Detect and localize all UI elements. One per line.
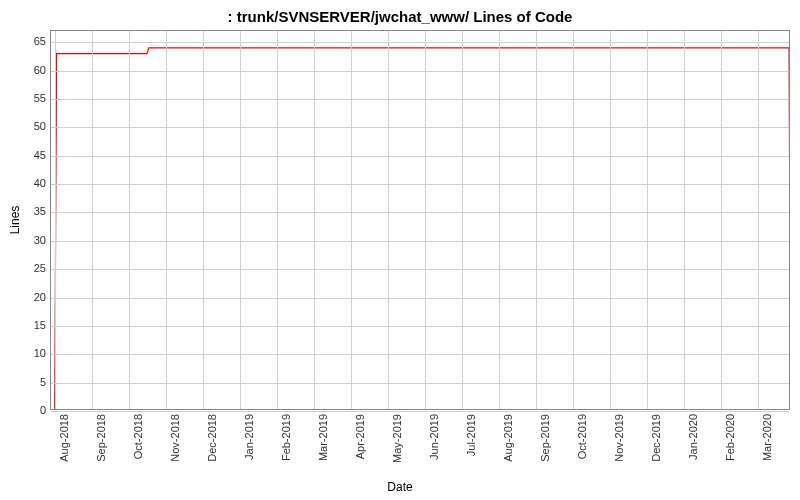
- x-tick-label: Aug-2018: [58, 414, 70, 462]
- x-tick-label: Dec-2018: [206, 414, 218, 462]
- grid-line-vertical: [536, 31, 537, 409]
- grid-line-horizontal: [51, 354, 789, 355]
- y-tick-label: 30: [6, 234, 46, 246]
- y-tick-label: 65: [6, 35, 46, 47]
- y-tick-label: 35: [6, 205, 46, 217]
- x-tick-label: Mar-2019: [317, 414, 329, 461]
- grid-line-vertical: [166, 31, 167, 409]
- grid-line-vertical: [240, 31, 241, 409]
- y-tick-label: 50: [6, 120, 46, 132]
- plot-area: [50, 30, 790, 410]
- grid-line-horizontal: [51, 269, 789, 270]
- y-tick-label: 60: [6, 64, 46, 76]
- grid-line-vertical: [610, 31, 611, 409]
- x-tick-label: Feb-2019: [280, 414, 292, 461]
- grid-line-horizontal: [51, 298, 789, 299]
- x-axis-label: Date: [0, 480, 800, 494]
- y-tick-label: 10: [6, 347, 46, 359]
- x-tick-label: Jan-2020: [687, 414, 699, 460]
- grid-line-vertical: [129, 31, 130, 409]
- grid-line-horizontal: [51, 411, 789, 412]
- x-tick-label: Apr-2019: [354, 414, 366, 459]
- x-tick-label: Dec-2019: [650, 414, 662, 462]
- y-tick-label: 25: [6, 262, 46, 274]
- grid-line-vertical: [314, 31, 315, 409]
- x-tick-label: Mar-2020: [761, 414, 773, 461]
- grid-line-horizontal: [51, 127, 789, 128]
- x-tick-label: Jul-2019: [465, 414, 477, 456]
- x-tick-label: Oct-2018: [132, 414, 144, 459]
- grid-line-vertical: [462, 31, 463, 409]
- x-tick-label: Nov-2018: [169, 414, 181, 462]
- grid-line-horizontal: [51, 184, 789, 185]
- x-tick-label: Nov-2019: [613, 414, 625, 462]
- grid-line-vertical: [351, 31, 352, 409]
- x-tick-label: Feb-2020: [724, 414, 736, 461]
- grid-line-horizontal: [51, 241, 789, 242]
- grid-line-vertical: [758, 31, 759, 409]
- y-tick-label: 20: [6, 291, 46, 303]
- grid-line-horizontal: [51, 383, 789, 384]
- grid-line-vertical: [92, 31, 93, 409]
- grid-line-vertical: [573, 31, 574, 409]
- chart-title: : trunk/SVNSERVER/jwchat_www/ Lines of C…: [0, 8, 800, 25]
- grid-line-vertical: [684, 31, 685, 409]
- grid-line-horizontal: [51, 42, 789, 43]
- grid-line-vertical: [647, 31, 648, 409]
- y-tick-label: 0: [6, 404, 46, 416]
- chart-container: : trunk/SVNSERVER/jwchat_www/ Lines of C…: [0, 0, 800, 500]
- grid-line-horizontal: [51, 326, 789, 327]
- x-tick-label: Sep-2019: [539, 414, 551, 462]
- y-tick-label: 55: [6, 92, 46, 104]
- grid-line-vertical: [388, 31, 389, 409]
- y-tick-label: 5: [6, 376, 46, 388]
- x-tick-label: Oct-2019: [576, 414, 588, 459]
- x-tick-label: Jan-2019: [243, 414, 255, 460]
- grid-line-vertical: [277, 31, 278, 409]
- data-series-line: [51, 31, 789, 409]
- grid-line-vertical: [203, 31, 204, 409]
- x-tick-label: Sep-2018: [95, 414, 107, 462]
- x-tick-label: Aug-2019: [502, 414, 514, 462]
- x-tick-label: May-2019: [391, 414, 403, 463]
- grid-line-horizontal: [51, 71, 789, 72]
- x-tick-label: Jun-2019: [428, 414, 440, 460]
- grid-line-vertical: [499, 31, 500, 409]
- grid-line-horizontal: [51, 156, 789, 157]
- grid-line-horizontal: [51, 212, 789, 213]
- grid-line-vertical: [721, 31, 722, 409]
- y-tick-label: 15: [6, 319, 46, 331]
- y-tick-label: 40: [6, 177, 46, 189]
- grid-line-vertical: [425, 31, 426, 409]
- grid-line-vertical: [55, 31, 56, 409]
- grid-line-horizontal: [51, 99, 789, 100]
- y-tick-label: 45: [6, 149, 46, 161]
